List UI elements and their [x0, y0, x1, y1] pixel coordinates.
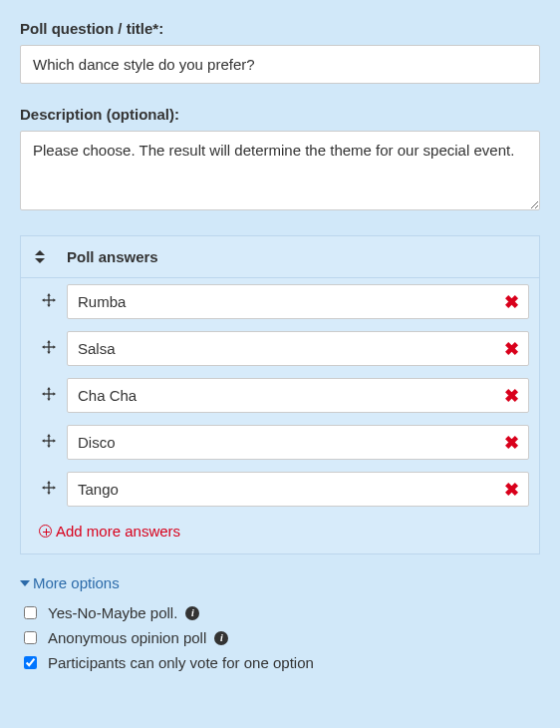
svg-rect-1 [44, 299, 55, 300]
poll-question-input[interactable] [20, 45, 540, 84]
svg-rect-5 [44, 393, 55, 394]
drag-handle-icon[interactable] [31, 387, 67, 404]
drag-handle-icon[interactable] [31, 481, 67, 498]
answer-input[interactable] [67, 284, 529, 319]
poll-question-label: Poll question / title*: [20, 20, 540, 37]
answer-row: ✖ [21, 372, 539, 419]
add-more-answers-button[interactable]: Add more answers [21, 513, 539, 553]
poll-answers-heading: Poll answers [67, 248, 158, 265]
info-icon[interactable]: i [214, 631, 228, 645]
add-more-label: Add more answers [56, 523, 180, 540]
delete-answer-icon[interactable]: ✖ [504, 434, 519, 452]
more-options-label: More options [33, 574, 120, 591]
option-label: Anonymous opinion poll [48, 629, 206, 646]
delete-answer-icon[interactable]: ✖ [504, 293, 519, 311]
svg-rect-7 [44, 440, 55, 441]
description-label: Description (optional): [20, 106, 540, 123]
delete-answer-icon[interactable]: ✖ [504, 340, 519, 358]
answer-input[interactable] [67, 331, 529, 366]
answer-input[interactable] [67, 472, 529, 507]
option-label: Yes-No-Maybe poll. [48, 604, 177, 621]
plus-circle-icon [39, 525, 52, 538]
info-icon[interactable]: i [185, 606, 199, 620]
answer-row: ✖ [21, 419, 539, 466]
option-row: Anonymous opinion polli [20, 628, 540, 647]
sort-icon[interactable] [33, 250, 47, 263]
poll-answers-panel: Poll answers ✖✖✖✖✖ Add more answers [20, 235, 540, 554]
caret-down-icon [20, 580, 30, 586]
option-checkbox[interactable] [24, 631, 37, 644]
option-checkbox[interactable] [24, 606, 37, 619]
option-row: Yes-No-Maybe poll.i [20, 603, 540, 622]
answer-input[interactable] [67, 378, 529, 413]
drag-handle-icon[interactable] [31, 293, 67, 310]
svg-rect-9 [44, 487, 55, 488]
answer-row: ✖ [21, 325, 539, 372]
option-label: Participants can only vote for one optio… [48, 654, 314, 671]
drag-handle-icon[interactable] [31, 434, 67, 451]
description-textarea[interactable] [20, 131, 540, 210]
more-options-toggle[interactable]: More options [20, 574, 540, 591]
answer-input[interactable] [67, 425, 529, 460]
answer-row: ✖ [21, 466, 539, 513]
delete-answer-icon[interactable]: ✖ [504, 481, 519, 499]
answer-row: ✖ [21, 278, 539, 325]
svg-rect-3 [44, 346, 55, 347]
delete-answer-icon[interactable]: ✖ [504, 387, 519, 405]
drag-handle-icon[interactable] [31, 340, 67, 357]
option-checkbox[interactable] [24, 656, 37, 669]
option-row: Participants can only vote for one optio… [20, 653, 540, 672]
